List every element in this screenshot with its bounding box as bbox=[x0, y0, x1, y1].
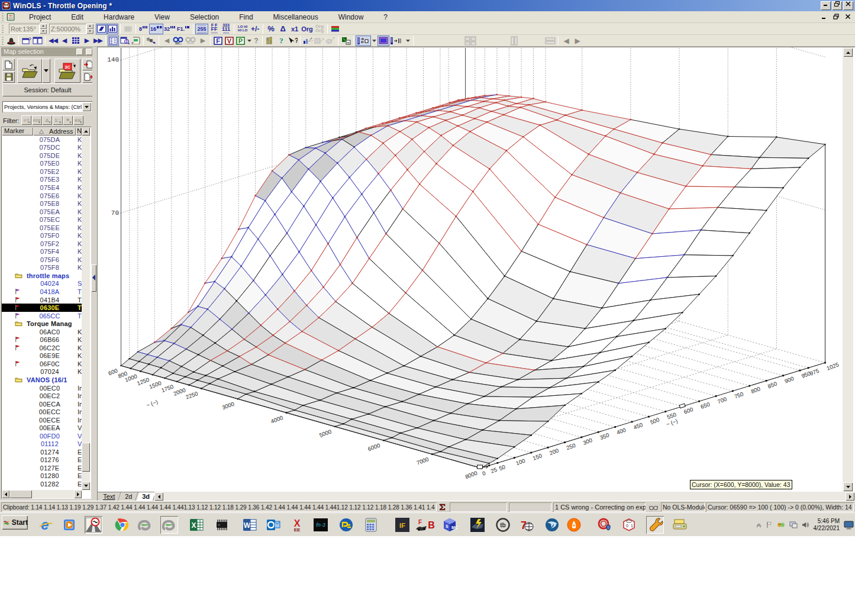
map-list-row[interactable]: 075E4K bbox=[2, 183, 82, 192]
factor-button[interactable]: x1 bbox=[289, 24, 301, 34]
car-tuner-icon[interactable] bbox=[469, 516, 486, 534]
tray-display-icon[interactable] bbox=[789, 521, 798, 528]
menu-miscellaneous[interactable]: Miscellaneous bbox=[263, 12, 328, 22]
menu-project[interactable]: Project bbox=[19, 12, 61, 22]
panel-splitter[interactable] bbox=[92, 47, 97, 501]
delta-button[interactable]: Δ bbox=[277, 24, 289, 34]
nav-forward-button[interactable]: ▶ bbox=[572, 36, 583, 46]
map-list-row[interactable]: 06AC0K bbox=[2, 328, 82, 336]
sync-views-button[interactable] bbox=[340, 36, 351, 46]
window-arrange-dropdown[interactable] bbox=[405, 36, 411, 46]
properties-dropdown[interactable] bbox=[246, 36, 252, 46]
word-icon[interactable]: W bbox=[241, 516, 259, 534]
media-player-icon[interactable] bbox=[60, 516, 78, 534]
map-list-row[interactable]: 01280E bbox=[2, 472, 82, 480]
map-list-row[interactable]: 075F2K bbox=[2, 240, 82, 248]
tray-expand-icon[interactable] bbox=[756, 523, 762, 528]
map-list-row[interactable]: 075DEK bbox=[2, 151, 82, 160]
map-list-vscrollbar[interactable] bbox=[82, 127, 90, 490]
plot-scroll-up[interactable] bbox=[843, 48, 853, 57]
map-list-row[interactable]: 075EEK bbox=[2, 224, 82, 232]
wizard-3-button[interactable] bbox=[325, 36, 336, 46]
rotation-field[interactable]: Rot:135° bbox=[9, 24, 40, 34]
nav-back-button[interactable]: ◀ bbox=[560, 36, 572, 46]
grid-view-button[interactable] bbox=[122, 24, 134, 34]
display-111-button[interactable]: 333111aaa bbox=[220, 24, 232, 34]
map-grid-button[interactable] bbox=[70, 36, 81, 46]
gray-a2-icon[interactable]: fits bbox=[160, 516, 178, 534]
panel-menu-button[interactable] bbox=[76, 49, 83, 55]
save-project-button[interactable] bbox=[2, 71, 15, 83]
scroll-right-button[interactable] bbox=[74, 490, 82, 498]
zoom-spinner[interactable]: ▲▼ bbox=[86, 24, 93, 34]
plot-scroll-down[interactable] bbox=[843, 482, 853, 491]
view-mode-combo[interactable]: Projects, Versions & Maps: (Ctrl bbox=[2, 101, 92, 112]
map-list-row[interactable]: 0630ET bbox=[2, 304, 82, 312]
menu-selection[interactable]: Selection bbox=[180, 12, 229, 22]
start-button[interactable]: Start bbox=[2, 515, 28, 530]
width-32-button[interactable]: 32 bbox=[163, 24, 176, 34]
view-mode-button[interactable] bbox=[356, 36, 371, 46]
original-button[interactable]: Org bbox=[301, 24, 314, 34]
filter-size-button[interactable]: 1□▼ bbox=[53, 115, 63, 125]
g-shield-icon[interactable] bbox=[596, 516, 614, 534]
ida-icon[interactable]: IF bbox=[393, 516, 411, 534]
scroll-left-button[interactable] bbox=[2, 490, 9, 498]
map-list-row[interactable]: 075E0K bbox=[2, 160, 82, 168]
map-list-row[interactable]: 075ECK bbox=[2, 215, 82, 224]
context-help-button[interactable]: ? bbox=[287, 36, 298, 46]
map-list-row[interactable]: 00FD0V bbox=[2, 432, 82, 440]
tray-monitor-icon[interactable] bbox=[844, 521, 854, 530]
rotation-spinner[interactable]: ▲▼ bbox=[40, 24, 47, 34]
filter-flag-button[interactable]: ⚑▼ bbox=[63, 115, 73, 125]
map-list-row[interactable]: 065CCT bbox=[2, 312, 82, 320]
column-header-address[interactable]: Address bbox=[33, 127, 76, 136]
help-button[interactable]: ? bbox=[252, 36, 260, 46]
map-list-row[interactable]: 075EAK bbox=[2, 208, 82, 216]
width-float-button[interactable]: F1. bbox=[176, 24, 191, 34]
search-values-button[interactable]: 101... bbox=[172, 36, 185, 46]
next-map-button[interactable]: ▶ bbox=[81, 36, 92, 46]
eprom-chip-icon[interactable] bbox=[213, 516, 231, 534]
mc-cube-icon[interactable]: MCS bbox=[441, 516, 459, 534]
signed-button[interactable]: +/- bbox=[249, 24, 261, 34]
map-list-row[interactable]: 00EC2In bbox=[2, 392, 82, 400]
map-list-row[interactable]: 06E9EK bbox=[2, 352, 82, 360]
map-list-row[interactable]: VANOS (16/1 bbox=[2, 376, 82, 384]
restore-button[interactable] bbox=[832, 1, 842, 10]
view-2d-button[interactable] bbox=[378, 36, 389, 46]
scroll-down-button[interactable] bbox=[82, 482, 90, 490]
properties-button[interactable]: P bbox=[235, 36, 246, 46]
fn3-icon[interactable]: fn-3 bbox=[312, 516, 330, 534]
plot-vscrollbar[interactable] bbox=[843, 47, 853, 492]
map-selection-button[interactable] bbox=[108, 36, 119, 46]
original-compare-button[interactable]: OrgOrg bbox=[314, 24, 325, 34]
variables-button[interactable]: V bbox=[224, 36, 235, 46]
status-sigma-icon[interactable] bbox=[437, 502, 448, 512]
minimize-button[interactable] bbox=[821, 1, 831, 10]
tray-clock[interactable]: 5:46 PM 4/22/2021 bbox=[814, 518, 840, 532]
view-mode-dropdown[interactable] bbox=[371, 36, 378, 46]
last-map-button[interactable]: ▶▶ bbox=[92, 36, 104, 46]
menu-grip[interactable] bbox=[2, 13, 4, 21]
toolbar-grip-2[interactable] bbox=[2, 37, 4, 45]
toolbar-grip[interactable] bbox=[2, 25, 4, 33]
gray-a1-icon[interactable]: fits bbox=[136, 516, 154, 534]
map-list-row[interactable]: 075E3K bbox=[2, 176, 82, 184]
window-arrange-button[interactable] bbox=[389, 36, 405, 46]
internet-explorer-icon[interactable]: e bbox=[37, 516, 54, 534]
map-list-row[interactable]: 075E6K bbox=[2, 192, 82, 200]
panel-close-button[interactable] bbox=[86, 49, 92, 55]
tray-volume-icon[interactable] bbox=[802, 521, 809, 528]
map-list-row[interactable]: 06C2CK bbox=[2, 344, 82, 352]
script-button[interactable] bbox=[130, 36, 141, 46]
functions-button[interactable]: F bbox=[212, 36, 224, 46]
split-horizontal-button[interactable] bbox=[544, 36, 556, 46]
menu-window[interactable]: Window bbox=[328, 12, 374, 22]
scroll-up-button[interactable] bbox=[82, 127, 90, 136]
mdi-close-button[interactable] bbox=[844, 14, 851, 21]
map-list-row[interactable]: 0127EE bbox=[2, 464, 82, 472]
map-list-row[interactable]: 041B4T bbox=[2, 296, 82, 304]
map-list-row[interactable]: 07024K bbox=[2, 368, 82, 376]
tab-text[interactable]: Text bbox=[98, 492, 121, 501]
